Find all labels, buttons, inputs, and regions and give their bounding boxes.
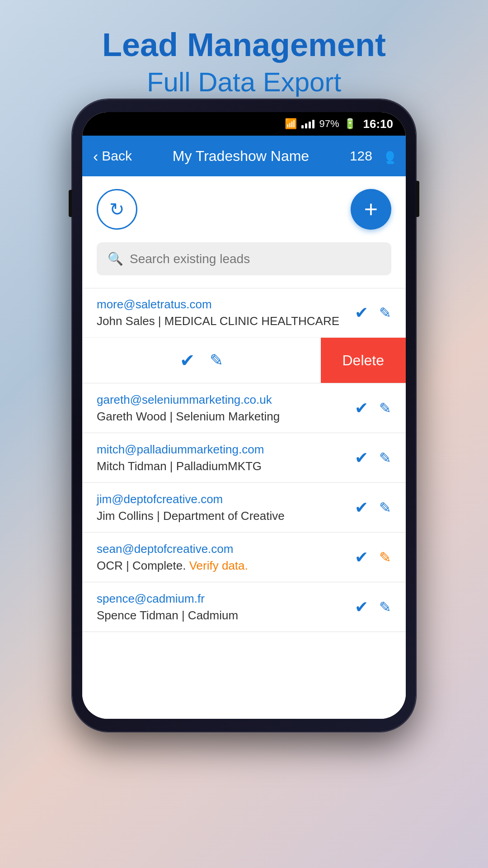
lead-name: OCR | Complete. Verify data.: [97, 559, 355, 573]
status-time: 16:10: [363, 117, 394, 131]
add-lead-button[interactable]: +: [351, 189, 391, 230]
lead-email: jim@deptofcreative.com: [97, 492, 355, 506]
refresh-button[interactable]: ↻: [97, 189, 137, 230]
verify-text: Verify data.: [189, 559, 248, 572]
lead-actions: ✔ ✎: [355, 548, 391, 567]
lead-actions: ✔ ✎: [355, 448, 391, 467]
delete-button[interactable]: Delete: [321, 338, 406, 383]
check-icon[interactable]: ✔: [355, 598, 368, 617]
check-icon[interactable]: ✔: [355, 448, 368, 467]
battery-level: 97%: [319, 118, 339, 130]
edit-icon-orange[interactable]: ✎: [379, 549, 391, 566]
lead-name: Spence Tidman | Cadmium: [97, 609, 355, 623]
check-icon[interactable]: ✔: [355, 548, 368, 567]
edit-icon[interactable]: ✎: [379, 499, 391, 516]
lead-actions: ✔ ✎: [355, 303, 391, 322]
phone-screen: 📶 97% 🔋 16:10 ‹ Back My Tradeshow Name: [82, 112, 406, 719]
wifi-icon: 📶: [285, 118, 297, 130]
lead-list: more@saletratus.com John Sales | MEDICAL…: [82, 288, 406, 632]
list-item: more@saletratus.com John Sales | MEDICAL…: [82, 288, 406, 383]
page-header: Lead Management Full Data Export: [0, 0, 488, 116]
add-icon: +: [364, 198, 378, 221]
content-area: ↻ + 🔍: [82, 176, 406, 719]
status-bar: 📶 97% 🔋 16:10: [82, 112, 406, 136]
list-item: mitch@palladiummarketing.com Mitch Tidma…: [82, 433, 406, 483]
lead-info: mitch@palladiummarketing.com Mitch Tidma…: [97, 443, 355, 473]
search-bar: 🔍: [97, 242, 391, 275]
back-button[interactable]: ‹ Back: [93, 147, 132, 165]
search-container: 🔍: [82, 242, 406, 288]
lead-name: John Sales | MEDICAL CLINIC HEALTHCARE: [97, 314, 355, 328]
lead-actions: ✔ ✎: [355, 399, 391, 418]
back-icon: ‹: [93, 147, 98, 165]
lead-actions: ✔ ✎: [355, 598, 391, 617]
refresh-icon: ↻: [109, 199, 125, 220]
swipe-check-icon[interactable]: ✔: [180, 350, 195, 371]
toolbar: ↻ +: [82, 176, 406, 242]
edit-icon[interactable]: ✎: [379, 304, 391, 321]
lead-name: Mitch Tidman | PalladiumMKTG: [97, 459, 355, 473]
edit-icon[interactable]: ✎: [379, 400, 391, 417]
check-icon[interactable]: ✔: [355, 399, 368, 418]
list-item: sean@deptofcreative.com OCR | Complete. …: [82, 533, 406, 582]
app-bar: ‹ Back My Tradeshow Name 128 👥: [82, 136, 406, 176]
check-icon[interactable]: ✔: [355, 303, 368, 322]
page-title: Lead Management: [36, 27, 452, 63]
lead-email: gareth@seleniummarketing.co.uk: [97, 393, 355, 407]
check-icon[interactable]: ✔: [355, 498, 368, 517]
swipe-edit-icon[interactable]: ✎: [210, 351, 223, 370]
list-item: jim@deptofcreative.com Jim Collins | Dep…: [82, 483, 406, 533]
lead-email: spence@cadmium.fr: [97, 592, 355, 606]
phone-frame: 📶 97% 🔋 16:10 ‹ Back My Tradeshow Name: [72, 99, 416, 731]
lead-count-number: 128: [350, 148, 372, 164]
edit-icon[interactable]: ✎: [379, 449, 391, 467]
list-item: spence@cadmium.fr Spence Tidman | Cadmiu…: [82, 582, 406, 632]
app-bar-title: My Tradeshow Name: [139, 148, 343, 165]
edit-icon[interactable]: ✎: [379, 599, 391, 616]
lead-email: mitch@palladiummarketing.com: [97, 443, 355, 457]
lead-name: Jim Collins | Department of Creative: [97, 509, 355, 523]
lead-info: spence@cadmium.fr Spence Tidman | Cadmiu…: [97, 592, 355, 623]
search-input[interactable]: [130, 252, 380, 266]
lead-actions: ✔ ✎: [355, 498, 391, 517]
lead-email: more@saletratus.com: [97, 297, 355, 311]
battery-icon: 🔋: [344, 118, 356, 130]
lead-name: Gareth Wood | Selenium Marketing: [97, 410, 355, 424]
status-icons: 📶 97% 🔋: [285, 118, 356, 130]
people-icon: 👥: [377, 147, 395, 165]
lead-email: sean@deptofcreative.com: [97, 542, 355, 556]
phone-device: 📶 97% 🔋 16:10 ‹ Back My Tradeshow Name: [72, 99, 416, 731]
lead-count: 128 👥: [350, 147, 395, 165]
list-item: gareth@seleniummarketing.co.uk Gareth Wo…: [82, 383, 406, 433]
page-subtitle: Full Data Export: [36, 66, 452, 98]
delete-label: Delete: [343, 352, 385, 369]
swipe-actions: ✔ ✎: [82, 338, 321, 383]
search-icon: 🔍: [108, 251, 123, 266]
lead-info: jim@deptofcreative.com Jim Collins | Dep…: [97, 492, 355, 523]
lead-info: more@saletratus.com John Sales | MEDICAL…: [97, 297, 355, 328]
back-label: Back: [102, 148, 132, 164]
lead-info: sean@deptofcreative.com OCR | Complete. …: [97, 542, 355, 573]
lead-info: gareth@seleniummarketing.co.uk Gareth Wo…: [97, 393, 355, 424]
signal-bars: [301, 119, 314, 128]
